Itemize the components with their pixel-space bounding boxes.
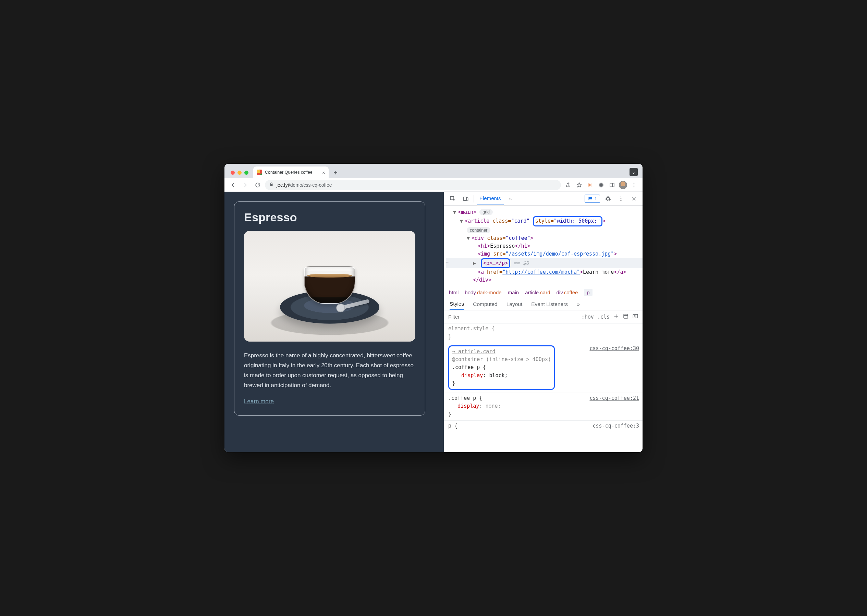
cls-toggle[interactable]: .cls <box>597 314 610 320</box>
styles-filter-input[interactable] <box>448 314 578 320</box>
browser-toolbar: jec.fyi/demo/css-cq-coffee <box>225 178 642 192</box>
side-panel-button[interactable] <box>607 180 617 190</box>
crumb[interactable]: article.card <box>525 289 550 295</box>
content-area: Espresso Espresso is the name of a highl… <box>225 192 642 452</box>
styles-sidebar-toggle[interactable] <box>632 313 639 321</box>
bookmark-button[interactable] <box>574 180 584 190</box>
devtools-toolbar: Elements » 1 <box>444 192 642 206</box>
page-viewport: Espresso Espresso is the name of a highl… <box>225 192 444 452</box>
styles-tab[interactable]: Styles <box>450 298 464 310</box>
rule-element-style[interactable]: element.style { } <box>444 324 642 343</box>
share-button[interactable] <box>563 180 573 190</box>
issues-badge[interactable]: 1 <box>585 195 600 203</box>
dom-article[interactable]: ▼<article class="card" style="width: 500… <box>446 216 642 226</box>
browser-tab[interactable]: Container Queries coffee × <box>253 167 329 178</box>
dom-div[interactable]: ▼<div class="coffee"> <box>446 234 642 242</box>
tab-close-button[interactable]: × <box>322 170 325 175</box>
more-styles-tabs[interactable]: » <box>577 301 580 307</box>
svg-point-4 <box>634 184 635 185</box>
extensions-button[interactable] <box>596 180 606 190</box>
favicon-icon <box>256 170 262 175</box>
dom-img[interactable]: <img src="/assets/img/demo/cof-espresso.… <box>446 250 642 258</box>
svg-rect-13 <box>633 314 638 318</box>
crumb[interactable]: div.coffee <box>557 289 578 295</box>
svg-point-9 <box>621 196 622 197</box>
rule-source[interactable]: css-cq-coffee:21 <box>590 394 639 402</box>
svg-point-10 <box>621 198 622 199</box>
url-text: jec.fyi/demo/css-cq-coffee <box>277 182 332 188</box>
svg-point-0 <box>588 183 589 184</box>
inspect-element-button[interactable] <box>448 193 458 204</box>
svg-rect-12 <box>624 314 628 318</box>
svg-point-5 <box>634 186 635 187</box>
browser-window: Container Queries coffee × + ⌄ jec.fyi/d… <box>225 164 642 452</box>
styles-filter-bar: :hov .cls <box>444 310 642 324</box>
forward-button[interactable] <box>240 180 250 190</box>
styles-pane[interactable]: element.style { } css-cq-coffee:30 → art… <box>444 324 642 452</box>
close-window-button[interactable] <box>231 171 235 175</box>
crumb[interactable]: main <box>508 289 519 295</box>
reload-button[interactable] <box>253 180 263 190</box>
dom-p-selected[interactable]: ▶ <p>…</p> == $0 <box>446 258 642 268</box>
scissors-icon[interactable] <box>585 180 595 190</box>
computed-toggle-button[interactable] <box>623 313 629 321</box>
tab-strip: Container Queries coffee × + ⌄ <box>225 164 642 178</box>
svg-rect-2 <box>610 183 614 187</box>
tab-title: Container Queries coffee <box>265 170 319 175</box>
card-title: Espresso <box>244 211 415 224</box>
dom-main[interactable]: ▼<main> grid <box>446 208 642 216</box>
maximize-window-button[interactable] <box>244 171 249 175</box>
styles-tabstrip: Styles Computed Layout Event Listeners » <box>444 298 642 310</box>
dom-container-pill[interactable]: container <box>446 226 642 234</box>
crumb[interactable]: html <box>449 289 458 295</box>
rule-source[interactable]: css-cq-coffee:3 <box>593 422 639 430</box>
svg-point-1 <box>588 186 589 187</box>
dom-a[interactable]: <a href="http://coffee.com/mocha">Learn … <box>446 268 642 276</box>
device-toolbar-button[interactable] <box>461 193 471 204</box>
chrome-menu-button[interactable] <box>629 180 639 190</box>
rule-source[interactable]: css-cq-coffee:30 <box>590 345 639 352</box>
profile-button[interactable] <box>618 180 628 190</box>
elements-tab[interactable]: Elements <box>477 192 504 205</box>
address-bar[interactable]: jec.fyi/demo/css-cq-coffee <box>265 180 561 190</box>
event-listeners-tab[interactable]: Event Listeners <box>531 301 568 307</box>
coffee-image <box>244 231 415 342</box>
toolbar-actions <box>563 180 639 190</box>
window-controls <box>229 171 250 178</box>
back-button[interactable] <box>228 180 238 190</box>
avatar <box>619 181 627 189</box>
svg-point-11 <box>621 200 622 201</box>
card-description: Espresso is the name of a highly concent… <box>244 350 415 391</box>
more-tabs-button[interactable]: » <box>507 192 515 205</box>
new-tab-button[interactable]: + <box>331 168 340 178</box>
layout-tab[interactable]: Layout <box>507 301 522 307</box>
minimize-window-button[interactable] <box>238 171 242 175</box>
computed-tab[interactable]: Computed <box>473 301 497 307</box>
dom-div-close[interactable]: </div> <box>446 276 642 284</box>
crumb[interactable]: p <box>584 289 592 296</box>
tab-overflow-button[interactable]: ⌄ <box>629 168 638 176</box>
hov-toggle[interactable]: :hov <box>582 314 594 320</box>
cup-shape <box>304 266 356 304</box>
rule-coffee-p[interactable]: css-cq-coffee:21 .coffee p { display: no… <box>444 393 642 421</box>
rule-container-query[interactable]: css-cq-coffee:30 → article.card @contain… <box>444 343 642 393</box>
devtools-panel: Elements » 1 ▼<main> grid <box>444 192 642 452</box>
coffee-card: Espresso Espresso is the name of a highl… <box>234 201 425 416</box>
dom-h1[interactable]: <h1>Espresso</h1> <box>446 242 642 250</box>
learn-more-link[interactable]: Learn more <box>244 398 274 405</box>
crumb[interactable]: body.dark-mode <box>465 289 501 295</box>
devtools-close-button[interactable] <box>629 193 639 204</box>
new-rule-button[interactable] <box>613 313 619 321</box>
svg-point-3 <box>634 182 635 184</box>
elements-tree[interactable]: ▼<main> grid ▼<article class="card" styl… <box>444 206 642 287</box>
rule-p[interactable]: css-cq-coffee:3 p { <box>444 421 642 432</box>
lock-icon <box>269 182 274 188</box>
settings-button[interactable] <box>603 193 613 204</box>
devtools-menu-button[interactable] <box>616 193 626 204</box>
dom-breadcrumbs[interactable]: html body.dark-mode main article.card di… <box>444 287 642 298</box>
